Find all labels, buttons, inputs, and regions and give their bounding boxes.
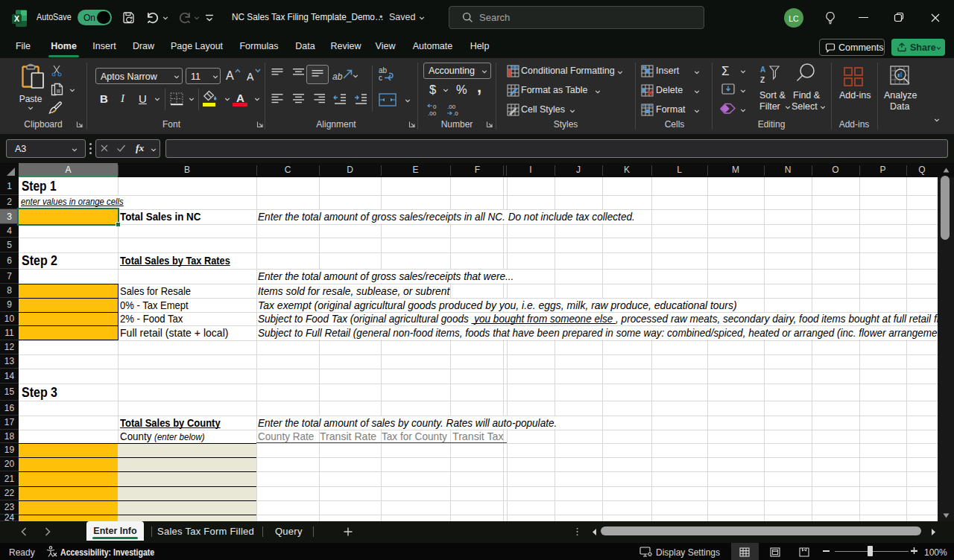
svg-text:A: A (760, 66, 765, 74)
svg-text:0: 0 (433, 104, 437, 110)
svg-text:.00: .00 (447, 104, 456, 110)
svg-text:.0: .0 (453, 110, 458, 116)
svg-text:Z: Z (760, 76, 765, 84)
svg-text:X: X (14, 14, 19, 23)
svg-text:c: c (379, 74, 382, 82)
svg-text:.00: .00 (428, 110, 437, 116)
